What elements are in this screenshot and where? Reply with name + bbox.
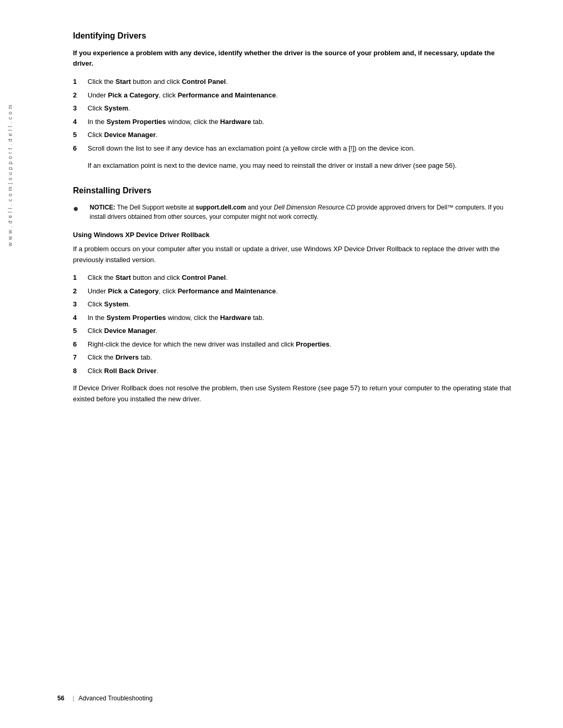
footer-page-number: 56	[57, 695, 64, 702]
section1-note-paragraph: If an exclamation point is next to the d…	[88, 161, 516, 171]
step-1-1: 1 Click the Start button and click Contr…	[73, 77, 516, 87]
step-2-3: 3 Click System.	[73, 299, 516, 310]
step-2-8: 8 Click Roll Back Driver.	[73, 366, 516, 376]
section-reinstalling-drivers: Reinstalling Drivers ● NOTICE: The Dell …	[73, 186, 516, 405]
step-1-3: 3 Click System.	[73, 103, 516, 114]
step-1-4: 4 In the System Properties window, click…	[73, 117, 516, 127]
step-2-1: 1 Click the Start button and click Contr…	[73, 273, 516, 283]
step-2-6: 6 Right-click the device for which the n…	[73, 339, 516, 350]
section2-closing-paragraph: If Device Driver Rollback does not resol…	[73, 383, 516, 405]
step-2-7: 7 Click the Drivers tab.	[73, 352, 516, 363]
subsection-intro: If a problem occurs on your computer aft…	[73, 244, 516, 266]
section1-title: Identifying Drivers	[73, 31, 516, 41]
section2-steps: 1 Click the Start button and click Contr…	[73, 273, 516, 376]
footer-section-title: Advanced Troubleshooting	[78, 695, 152, 702]
notice-block: ● NOTICE: The Dell Support website at su…	[73, 203, 516, 221]
step-1-5: 5 Click Device Manager.	[73, 130, 516, 140]
sidebar-text: w w w . d e l l . c o m | s u p p o r t …	[7, 104, 13, 246]
step-2-2: 2 Under Pick a Category, click Performan…	[73, 286, 516, 297]
section-identifying-drivers: Identifying Drivers If you experience a …	[73, 31, 516, 171]
footer-separator: |	[72, 695, 74, 702]
section2-title: Reinstalling Drivers	[73, 186, 516, 195]
step-2-5: 5 Click Device Manager.	[73, 326, 516, 336]
notice-icon: ●	[73, 203, 84, 221]
step-1-2: 2 Under Pick a Category, click Performan…	[73, 90, 516, 101]
page-footer: 56 | Advanced Troubleshooting	[57, 695, 516, 702]
main-content: Identifying Drivers If you experience a …	[73, 31, 516, 405]
page-container: w w w . d e l l . c o m | s u p p o r t …	[0, 0, 563, 728]
subsection-title: Using Windows XP Device Driver Rollback	[73, 231, 516, 239]
notice-text: NOTICE: The Dell Support website at supp…	[90, 203, 516, 221]
section1-steps: 1 Click the Start button and click Contr…	[73, 77, 516, 153]
step-1-6: 6 Scroll down the list to see if any dev…	[73, 143, 516, 154]
step-2-4: 4 In the System Properties window, click…	[73, 313, 516, 323]
section1-intro: If you experience a problem with any dev…	[73, 48, 516, 68]
